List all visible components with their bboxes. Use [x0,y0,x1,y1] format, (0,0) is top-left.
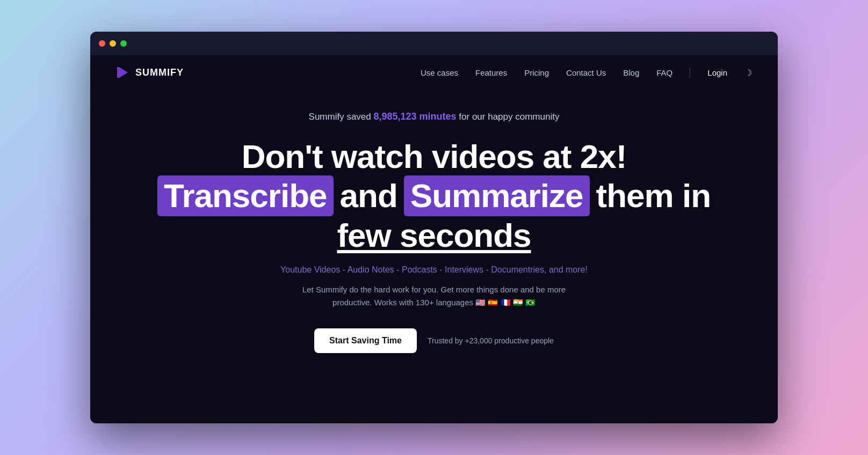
nav-links: Use cases Features Pricing Contact Us Bl… [421,67,752,78]
stat-number: 8,985,123 minutes [374,111,457,122]
subtitle-desc-line1: Let Summify do the hard work for you. Ge… [302,285,566,294]
hero-title: Don't watch videos at 2x! Transcribe and… [157,137,711,254]
svg-marker-1 [117,67,119,78]
nav-divider [690,67,690,78]
stat-banner: Summify saved 8,985,123 minutes for our … [309,111,560,122]
browser-chrome [90,32,778,55]
browser-window: SUMMIFY Use cases Features Pricing Conta… [90,32,778,423]
nav-login[interactable]: Login [707,68,727,77]
cta-button[interactable]: Start Saving Time [314,328,417,353]
logo-icon [116,65,131,80]
hero-and: and [340,177,397,215]
hero-title-line1: Don't watch videos at 2x! [157,137,711,175]
traffic-light-green[interactable] [120,40,127,47]
browser-content: SUMMIFY Use cases Features Pricing Conta… [90,55,778,423]
subtitle-features: Youtube Videos - Audio Notes - Podcasts … [280,265,588,275]
logo[interactable]: SUMMIFY [116,65,184,80]
traffic-light-yellow[interactable] [110,40,116,47]
svg-marker-0 [119,67,128,78]
logo-text: SUMMIFY [135,67,184,78]
nav-contact[interactable]: Contact Us [566,68,606,77]
hero-highlight-transcribe: Transcribe [157,175,334,216]
hero-title-line2: Transcribe and Summarize them in [157,175,711,216]
cta-row: Start Saving Time Trusted by +23,000 pro… [314,328,554,353]
hero-title-line3: few seconds [157,216,711,254]
nav-pricing[interactable]: Pricing [524,68,549,77]
dark-mode-icon[interactable]: ☽ [744,68,752,78]
stat-suffix: for our happy community [457,112,560,122]
trusted-text: Trusted by +23,000 productive people [428,336,554,345]
nav-features[interactable]: Features [475,68,507,77]
nav-use-cases[interactable]: Use cases [421,68,458,77]
subtitle-desc-line2: productive. Works with 130+ languages 🇺🇸… [332,298,536,307]
navbar: SUMMIFY Use cases Features Pricing Conta… [90,55,778,90]
hero-line2-suffix: them in [596,177,711,215]
nav-blog[interactable]: Blog [623,68,639,77]
nav-faq[interactable]: FAQ [656,68,672,77]
stat-prefix: Summify saved [309,112,374,122]
traffic-light-red[interactable] [99,40,105,47]
subtitle-desc: Let Summify do the hard work for you. Ge… [302,283,566,309]
hero-section: Summify saved 8,985,123 minutes for our … [90,90,778,353]
hero-highlight-summarize: Summarize [404,175,590,216]
